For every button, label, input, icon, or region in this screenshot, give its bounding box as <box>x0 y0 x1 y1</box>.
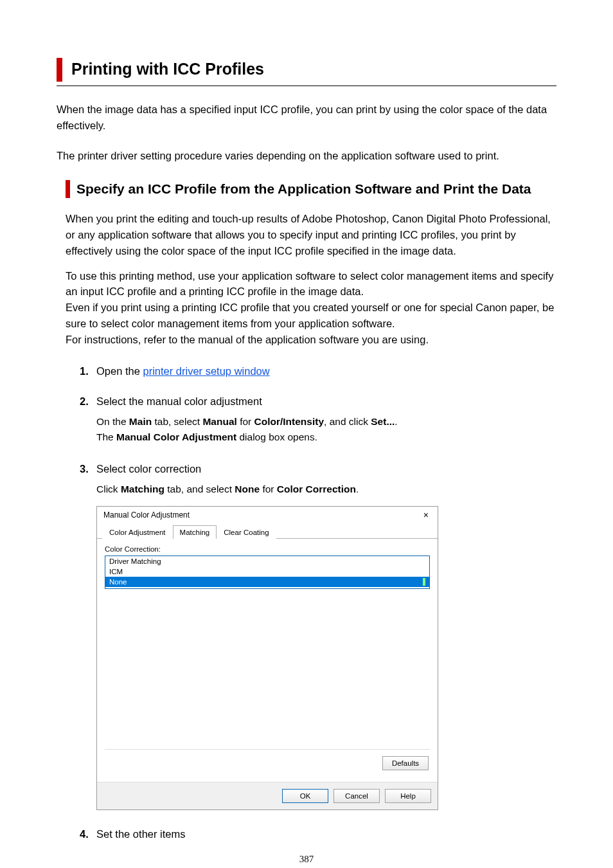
color-correction-listbox[interactable]: Driver Matching ICM None <box>105 556 430 589</box>
bold-set: Set... <box>371 416 395 427</box>
step-1-number: 1. <box>80 365 96 377</box>
dialog-titlebar: Manual Color Adjustment × <box>97 507 438 523</box>
step-4: 4. Set the other items <box>80 828 556 840</box>
text: , and click <box>324 416 371 427</box>
option-driver-matching[interactable]: Driver Matching <box>105 556 429 566</box>
page-number: 387 <box>0 854 613 865</box>
section: Specify an ICC Profile from the Applicat… <box>66 180 556 840</box>
bold-color-intensity: Color/Intensity <box>254 416 324 427</box>
selection-marker-icon <box>423 578 425 586</box>
option-none-label: None <box>109 578 127 586</box>
step-2-body: On the Main tab, select Manual for Color… <box>96 414 556 445</box>
bold-manual-color-adjustment: Manual Color Adjustment <box>116 431 236 442</box>
dialog-divider <box>105 749 430 750</box>
section-p2c: For instructions, refer to the manual of… <box>66 334 429 345</box>
ok-button[interactable]: OK <box>282 789 328 803</box>
step-3: 3. Select color correction Click Matchin… <box>80 463 556 810</box>
help-button[interactable]: Help <box>385 789 431 803</box>
step-4-title: Set the other items <box>96 828 186 840</box>
step-3-number: 3. <box>80 463 96 475</box>
section-paragraph-2: To use this printing method, use your ap… <box>66 268 556 348</box>
text: . <box>356 484 359 494</box>
section-accent-bar <box>66 180 70 198</box>
section-p2b: Even if you print using a printing ICC p… <box>66 302 554 329</box>
step-1-prefix: Open the <box>96 365 143 377</box>
title-accent-bar <box>57 58 62 82</box>
tab-matching[interactable]: Matching <box>173 525 217 539</box>
bold-color-correction: Color Correction <box>277 484 356 494</box>
dialog-tabs: Color Adjustment Matching Clear Coating <box>97 525 438 539</box>
dialog-body: Color Correction: Driver Matching ICM No… <box>97 539 438 782</box>
step-3-title: Select color correction <box>96 463 201 475</box>
steps-list: 1. Open the printer driver setup window … <box>80 365 556 840</box>
step-4-number: 4. <box>80 828 96 840</box>
text: The <box>96 431 116 442</box>
option-icm[interactable]: ICM <box>105 566 429 577</box>
defaults-button[interactable]: Defaults <box>382 756 429 770</box>
intro-paragraph-2: The printer driver setting procedure var… <box>57 148 556 164</box>
text: . <box>395 416 397 427</box>
text: for <box>260 484 277 494</box>
page-title: Printing with ICC Profiles <box>71 58 264 82</box>
dialog-button-row: OK Cancel Help <box>97 782 438 809</box>
text: tab, and select <box>164 484 235 494</box>
section-p2a: To use this printing method, use your ap… <box>66 270 553 298</box>
color-correction-label: Color Correction: <box>105 545 430 553</box>
bold-matching: Matching <box>121 484 164 494</box>
step-2: 2. Select the manual color adjustment On… <box>80 395 556 445</box>
text: dialog box opens. <box>236 431 317 442</box>
title-rule <box>57 86 556 86</box>
text: tab, select <box>152 416 202 427</box>
step-2-title: Select the manual color adjustment <box>96 395 262 408</box>
section-paragraph-1: When you print the editing and touch-up … <box>66 211 556 258</box>
bold-main: Main <box>129 416 152 427</box>
step-2-number: 2. <box>80 395 96 408</box>
close-icon[interactable]: × <box>421 511 431 520</box>
step-1-title: Open the printer driver setup window <box>96 365 270 377</box>
page-title-row: Printing with ICC Profiles <box>57 58 556 82</box>
step-3-body: Click Matching tab, and select None for … <box>96 482 556 497</box>
text: On the <box>96 416 129 427</box>
tab-color-adjustment[interactable]: Color Adjustment <box>102 525 173 539</box>
dialog-body-spacer <box>105 589 430 746</box>
intro-paragraph-1: When the image data has a specified inpu… <box>57 102 556 134</box>
cancel-button[interactable]: Cancel <box>333 789 380 803</box>
section-heading: Specify an ICC Profile from the Applicat… <box>76 180 531 198</box>
option-none[interactable]: None <box>105 577 429 587</box>
printer-driver-setup-window-link[interactable]: printer driver setup window <box>143 365 269 377</box>
text: for <box>237 416 254 427</box>
bold-none: None <box>235 484 260 494</box>
manual-color-adjustment-dialog: Manual Color Adjustment × Color Adjustme… <box>96 506 438 810</box>
text: Click <box>96 484 121 494</box>
tab-clear-coating[interactable]: Clear Coating <box>217 525 276 539</box>
dialog-title: Manual Color Adjustment <box>103 511 190 520</box>
bold-manual: Manual <box>202 416 236 427</box>
step-1: 1. Open the printer driver setup window <box>80 365 556 377</box>
section-heading-row: Specify an ICC Profile from the Applicat… <box>66 180 556 198</box>
